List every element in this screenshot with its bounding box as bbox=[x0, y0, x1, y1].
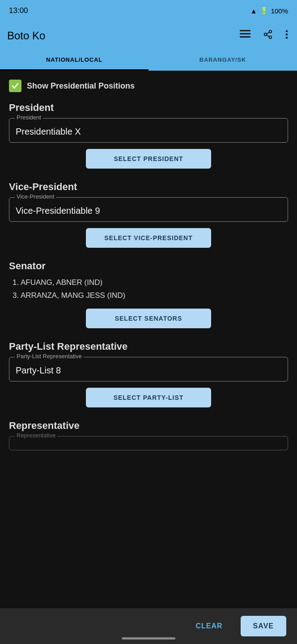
president-field-label: President bbox=[15, 114, 43, 121]
app-bar-icons bbox=[238, 28, 290, 44]
signal-icon: ▲ bbox=[250, 7, 257, 15]
svg-point-5 bbox=[264, 33, 267, 36]
tabs: NATIONAL/LOCAL BARANGAY/SK bbox=[0, 50, 297, 71]
svg-rect-2 bbox=[240, 36, 250, 38]
list-icon[interactable] bbox=[238, 28, 252, 43]
tab-national[interactable]: NATIONAL/LOCAL bbox=[0, 50, 148, 71]
section-representative: Representative Representative bbox=[9, 420, 288, 450]
app-bar: Boto Ko bbox=[0, 21, 297, 50]
tab-barangay[interactable]: BARANGAY/SK bbox=[148, 50, 297, 71]
representative-field-label: Representative bbox=[15, 432, 57, 439]
vice-president-field-label: Vice-President bbox=[15, 193, 56, 200]
party-list-field: Party-List Representative Party-List 8 bbox=[9, 357, 288, 381]
show-presidential-row[interactable]: Show Presidential Positions bbox=[9, 80, 288, 92]
share-icon[interactable] bbox=[261, 28, 275, 44]
svg-point-9 bbox=[286, 30, 288, 32]
president-title: President bbox=[9, 102, 288, 114]
president-field: President Presidentiable X bbox=[9, 118, 288, 143]
svg-line-7 bbox=[267, 35, 269, 37]
svg-rect-1 bbox=[240, 33, 250, 34]
svg-point-10 bbox=[286, 34, 288, 36]
select-vice-president-button[interactable]: SELECT VICE-PRESIDENT bbox=[86, 228, 211, 248]
svg-point-11 bbox=[286, 37, 288, 39]
vice-president-title: Vice-President bbox=[9, 181, 288, 193]
party-list-value: Party-List 8 bbox=[16, 365, 281, 376]
battery-percent: 100% bbox=[271, 7, 288, 15]
representative-field: Representative bbox=[9, 436, 288, 450]
more-options-icon[interactable] bbox=[284, 28, 290, 44]
status-bar: 13:00 ▲ 🔋 100% bbox=[0, 0, 297, 21]
save-button[interactable]: SAVE bbox=[241, 616, 286, 636]
battery-icon: 🔋 bbox=[260, 7, 268, 15]
vice-president-value: Vice-Presidentiable 9 bbox=[16, 206, 281, 216]
list-item: 3. ARRANZA, MANG JESS (IND) bbox=[13, 289, 288, 302]
select-party-list-button[interactable]: SELECT PARTY-LIST bbox=[86, 388, 211, 407]
section-vice-president: Vice-President Vice-President Vice-Presi… bbox=[9, 181, 288, 248]
select-senators-button[interactable]: SELECT SENATORS bbox=[86, 309, 211, 328]
status-icons: ▲ 🔋 100% bbox=[250, 7, 288, 15]
list-item: 1. AFUANG, ABNER (IND) bbox=[13, 276, 288, 289]
representative-title: Representative bbox=[9, 420, 288, 432]
party-list-title: Party-List Representative bbox=[9, 341, 288, 352]
clear-button[interactable]: CLEAR bbox=[185, 616, 233, 636]
svg-rect-3 bbox=[242, 30, 243, 31]
home-indicator bbox=[122, 637, 175, 640]
svg-point-4 bbox=[269, 30, 272, 33]
status-time: 13:00 bbox=[9, 6, 28, 15]
show-presidential-label: Show Presidential Positions bbox=[27, 81, 135, 91]
app-title: Boto Ko bbox=[7, 30, 45, 42]
senator-list: 1. AFUANG, ABNER (IND) 3. ARRANZA, MANG … bbox=[9, 276, 288, 302]
section-president: President President Presidentiable X SEL… bbox=[9, 102, 288, 169]
select-president-button[interactable]: SELECT PRESIDENT bbox=[86, 149, 211, 169]
senator-title: Senator bbox=[9, 260, 288, 272]
party-list-field-label: Party-List Representative bbox=[15, 353, 84, 360]
svg-point-6 bbox=[269, 36, 272, 39]
svg-line-8 bbox=[267, 32, 269, 34]
section-senator: Senator 1. AFUANG, ABNER (IND) 3. ARRANZ… bbox=[9, 260, 288, 328]
section-party-list: Party-List Representative Party-List Rep… bbox=[9, 341, 288, 407]
main-content: Show Presidential Positions President Pr… bbox=[0, 71, 297, 508]
president-value: Presidentiable X bbox=[16, 127, 281, 137]
vice-president-field: Vice-President Vice-Presidentiable 9 bbox=[9, 197, 288, 222]
show-presidential-checkbox[interactable] bbox=[9, 80, 21, 92]
svg-rect-0 bbox=[240, 30, 250, 31]
